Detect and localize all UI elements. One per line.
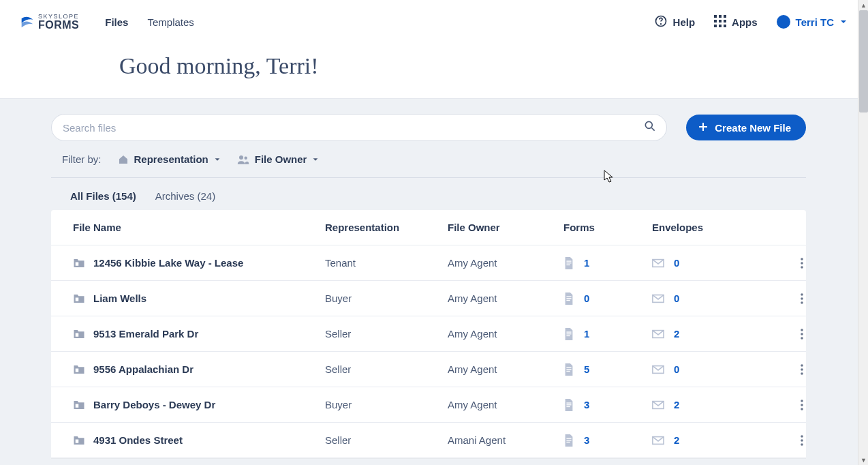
envelopes-count: 2 bbox=[674, 434, 679, 446]
table-row[interactable]: 9513 Emerald Park DrSellerAmy Agent12 bbox=[51, 316, 806, 352]
svg-rect-7 bbox=[724, 20, 726, 22]
table-row[interactable]: 4931 Ondes StreetSellerAmani Agent32 bbox=[51, 423, 806, 458]
document-icon bbox=[563, 257, 574, 269]
filter-file-owner-label: File Owner bbox=[255, 153, 307, 165]
user-menu[interactable]: Terri TC bbox=[777, 15, 848, 29]
document-icon bbox=[563, 399, 574, 411]
svg-point-12 bbox=[239, 155, 243, 160]
scroll-up-icon[interactable]: ▲ bbox=[858, 0, 868, 10]
svg-point-1 bbox=[660, 23, 661, 24]
col-file-owner: File Owner bbox=[448, 222, 563, 233]
cell-envelopes: 0 bbox=[652, 292, 781, 304]
col-representation: Representation bbox=[325, 222, 448, 233]
chevron-down-icon bbox=[312, 153, 319, 165]
cell-envelopes: 0 bbox=[652, 363, 781, 375]
tab-all-files[interactable]: All Files (154) bbox=[70, 190, 136, 202]
svg-rect-25 bbox=[566, 299, 570, 300]
forms-count: 3 bbox=[584, 434, 589, 446]
apps-label: Apps bbox=[732, 16, 758, 28]
svg-point-35 bbox=[801, 329, 803, 331]
svg-rect-4 bbox=[724, 15, 726, 18]
create-label: Create New File bbox=[715, 122, 791, 134]
cell-file-owner: Amy Agent bbox=[448, 257, 563, 269]
row-menu-button[interactable] bbox=[781, 258, 822, 269]
svg-point-13 bbox=[244, 156, 247, 160]
svg-rect-6 bbox=[719, 20, 722, 22]
cell-envelopes: 2 bbox=[652, 434, 781, 446]
svg-rect-15 bbox=[566, 260, 571, 261]
tab-archives[interactable]: Archives (24) bbox=[155, 190, 215, 202]
svg-rect-38 bbox=[76, 368, 79, 372]
svg-rect-3 bbox=[719, 15, 722, 18]
svg-rect-32 bbox=[566, 333, 571, 334]
svg-rect-5 bbox=[714, 20, 717, 22]
svg-point-28 bbox=[801, 297, 803, 300]
envelope-icon bbox=[652, 258, 664, 268]
svg-rect-9 bbox=[719, 25, 722, 27]
folder-icon bbox=[73, 258, 85, 269]
apps-icon bbox=[714, 15, 726, 29]
envelopes-count: 2 bbox=[674, 328, 679, 340]
col-envelopes: Envelopes bbox=[652, 222, 781, 233]
topbar: SKYSLOPE FORMS Files Templates Help Apps bbox=[0, 0, 868, 44]
create-new-file-button[interactable]: Create New File bbox=[686, 115, 806, 140]
plus-icon bbox=[698, 122, 708, 134]
row-menu-button[interactable] bbox=[781, 329, 822, 340]
vertical-scrollbar[interactable]: ▲ ▼ bbox=[858, 0, 868, 465]
tab-all-files-label: All Files bbox=[70, 190, 110, 202]
table-row[interactable]: 9556 Appalachian DrSellerAmy Agent50 bbox=[51, 352, 806, 387]
table-row[interactable]: 12456 Kibbie Lake Way - LeaseTenantAmy A… bbox=[51, 245, 806, 281]
forms-count: 3 bbox=[584, 399, 589, 410]
file-name-text: 12456 Kibbie Lake Way - Lease bbox=[93, 257, 243, 269]
row-menu-button[interactable] bbox=[781, 400, 822, 410]
cell-forms: 3 bbox=[563, 434, 652, 447]
search-icon[interactable] bbox=[643, 119, 657, 136]
row-menu-button[interactable] bbox=[781, 435, 822, 446]
svg-point-11 bbox=[646, 121, 653, 128]
apps-button[interactable]: Apps bbox=[714, 15, 758, 29]
tab-archives-count: 24 bbox=[200, 190, 212, 202]
svg-rect-48 bbox=[566, 404, 571, 405]
home-icon bbox=[118, 154, 129, 165]
svg-rect-23 bbox=[566, 296, 571, 297]
filter-row: Filter by: Representation File Owner bbox=[51, 141, 806, 178]
main-nav: Files Templates bbox=[105, 16, 194, 28]
table-row[interactable]: Barry Deboys - Dewey DrBuyerAmy Agent32 bbox=[51, 387, 806, 423]
cell-file-name: 12456 Kibbie Lake Way - Lease bbox=[73, 257, 325, 269]
svg-point-61 bbox=[801, 443, 803, 446]
forms-count: 1 bbox=[584, 257, 589, 269]
row-menu-button[interactable] bbox=[781, 293, 822, 304]
help-icon bbox=[654, 14, 668, 30]
filter-representation[interactable]: Representation bbox=[118, 153, 221, 165]
file-name-text: Barry Deboys - Dewey Dr bbox=[93, 399, 215, 410]
svg-point-60 bbox=[801, 439, 803, 442]
forms-count: 1 bbox=[584, 328, 589, 340]
nav-templates[interactable]: Templates bbox=[147, 16, 193, 28]
nav-files[interactable]: Files bbox=[105, 16, 128, 28]
search-input[interactable] bbox=[63, 122, 643, 134]
svg-point-53 bbox=[801, 408, 803, 410]
row-menu-button[interactable] bbox=[781, 364, 822, 375]
page-title: Good morning, Terri! bbox=[119, 53, 868, 79]
logo[interactable]: SKYSLOPE FORMS bbox=[20, 14, 79, 31]
svg-rect-30 bbox=[76, 333, 79, 336]
scroll-down-icon[interactable]: ▼ bbox=[858, 455, 868, 465]
cell-file-name: 9513 Emerald Park Dr bbox=[73, 328, 325, 340]
cell-file-owner: Amy Agent bbox=[448, 399, 563, 410]
people-icon bbox=[237, 155, 249, 164]
help-button[interactable]: Help bbox=[654, 14, 696, 30]
user-name: Terri TC bbox=[796, 16, 834, 28]
cell-forms: 1 bbox=[563, 257, 652, 269]
filter-representation-label: Representation bbox=[134, 153, 208, 165]
cell-file-name: 9556 Appalachian Dr bbox=[73, 363, 325, 375]
tab-archives-label: Archives bbox=[155, 190, 195, 202]
cell-representation: Seller bbox=[325, 363, 448, 375]
folder-icon bbox=[73, 329, 85, 340]
search-box[interactable] bbox=[51, 114, 667, 141]
folder-icon bbox=[73, 293, 85, 304]
table-row[interactable]: Liam WellsBuyerAmy Agent00 bbox=[51, 281, 806, 316]
cell-representation: Buyer bbox=[325, 399, 448, 410]
filter-file-owner[interactable]: File Owner bbox=[237, 153, 320, 165]
scroll-thumb[interactable] bbox=[859, 10, 868, 112]
svg-rect-47 bbox=[566, 402, 571, 403]
